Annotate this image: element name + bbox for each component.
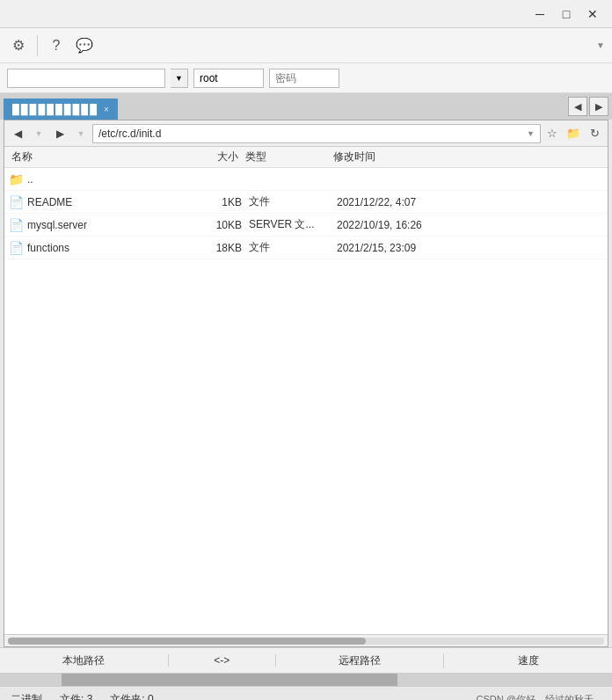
bottom-scrollbar[interactable] bbox=[0, 674, 612, 686]
host-dropdown[interactable]: ▼ bbox=[171, 69, 188, 88]
file-icon: 📄 bbox=[8, 217, 24, 233]
user-field[interactable] bbox=[193, 69, 264, 88]
path-text: /etc/rc.d/init.d bbox=[98, 128, 527, 140]
bookmark-btn[interactable]: ☆ bbox=[543, 124, 562, 143]
bottom-scroll-thumb bbox=[62, 674, 398, 686]
speed-label: 速度 bbox=[443, 653, 612, 668]
help-icon[interactable]: ? bbox=[45, 34, 68, 57]
column-name: 名称 bbox=[8, 149, 184, 164]
host-field[interactable] bbox=[7, 69, 165, 88]
minimize-button[interactable]: ─ bbox=[528, 4, 552, 24]
file-name: functions bbox=[27, 242, 187, 254]
toolbar-dropdown-arrow[interactable]: ▼ bbox=[596, 40, 605, 50]
file-modified: 2021/2/15, 23:09 bbox=[337, 242, 604, 254]
navigation-bar: ◀ ▼ ▶ ▼ /etc/rc.d/init.d ▼ ☆ 📁 ↻ bbox=[4, 120, 608, 147]
file-count: 文件: 3 bbox=[60, 692, 92, 700]
file-icon: 📄 bbox=[8, 240, 24, 256]
file-type: SERVER 文... bbox=[249, 217, 337, 232]
title-bar: ─ □ ✕ bbox=[0, 0, 612, 28]
maximize-button[interactable]: □ bbox=[554, 4, 579, 24]
local-path-label: 本地路径 bbox=[0, 653, 168, 668]
table-row[interactable]: 📄 functions 18KB 文件 2021/2/15, 23:09 bbox=[4, 237, 608, 259]
dir-count: 文件夹: 0 bbox=[110, 692, 153, 700]
file-size: 1KB bbox=[187, 196, 249, 208]
window-controls: ─ □ ✕ bbox=[528, 4, 605, 24]
forward-dropdown-button[interactable]: ▼ bbox=[71, 124, 91, 143]
refresh-btn[interactable]: ↻ bbox=[585, 124, 604, 143]
file-size: 18KB bbox=[187, 242, 249, 254]
nav-icons: ☆ 📁 ↻ bbox=[543, 124, 604, 143]
toolbar: ⚙ ? 💬 ▼ bbox=[0, 28, 612, 63]
file-name: .. bbox=[27, 173, 187, 186]
forward-button[interactable]: ▶ bbox=[50, 124, 69, 143]
column-size: 大小 bbox=[184, 149, 245, 164]
file-modified: 2022/10/19, 16:26 bbox=[337, 219, 604, 231]
file-panel: ◀ ▼ ▶ ▼ /etc/rc.d/init.d ▼ ☆ 📁 ↻ 名称 大小 类… bbox=[4, 120, 608, 647]
file-list: 📁 .. 📄 README 1KB 文件 2021/12/22, 4:07 📄 … bbox=[4, 168, 608, 634]
transfer-bar: 本地路径 <-> 远程路径 速度 bbox=[0, 647, 612, 674]
table-row[interactable]: 📄 README 1KB 文件 2021/12/22, 4:07 bbox=[4, 191, 608, 214]
tab-label: ██████████ bbox=[12, 104, 98, 114]
path-bar[interactable]: /etc/rc.d/init.d ▼ bbox=[92, 124, 541, 143]
back-dropdown-button[interactable]: ▼ bbox=[29, 124, 48, 143]
table-row[interactable]: 📁 .. bbox=[4, 168, 608, 191]
panel-nav: ◀ ▶ bbox=[568, 97, 608, 116]
nav-left-btn[interactable]: ◀ bbox=[568, 97, 587, 116]
file-name: README bbox=[27, 196, 187, 208]
transfer-arrow: <-> bbox=[168, 654, 276, 667]
toolbar-separator-1 bbox=[37, 35, 38, 56]
tab-close-icon[interactable]: × bbox=[104, 105, 109, 114]
binary-mode: 二进制 bbox=[11, 692, 42, 700]
file-type: 文件 bbox=[249, 194, 337, 209]
file-type: 文件 bbox=[249, 240, 337, 255]
remote-tab[interactable]: ██████████ × bbox=[4, 98, 118, 120]
remote-path-label: 远程路径 bbox=[276, 653, 444, 668]
file-list-header: 名称 大小 类型 修改时间 bbox=[4, 147, 608, 168]
main-content: ██████████ × ◀ ▶ ◀ ▼ ▶ ▼ /etc/rc.d/init.… bbox=[0, 93, 612, 647]
horizontal-scrollbar[interactable] bbox=[4, 634, 608, 646]
table-row[interactable]: 📄 mysql.server 10KB SERVER 文... 2022/10/… bbox=[4, 214, 608, 237]
nav-right-btn[interactable]: ▶ bbox=[589, 97, 608, 116]
gear-icon[interactable]: ⚙ bbox=[7, 34, 30, 57]
file-modified: 2021/12/22, 4:07 bbox=[337, 196, 604, 208]
file-icon: 📄 bbox=[8, 194, 24, 210]
path-dropdown-arrow: ▼ bbox=[527, 129, 535, 138]
file-size: 10KB bbox=[187, 219, 249, 231]
transfer-arrow-text: <-> bbox=[214, 654, 230, 667]
password-field[interactable] bbox=[269, 69, 339, 88]
column-modified: 修改时间 bbox=[333, 149, 604, 164]
status-bar: 二进制 文件: 3 文件夹: 0 CSDN @你好，经过的秋天... bbox=[0, 686, 612, 700]
file-name: mysql.server bbox=[27, 219, 187, 231]
chat-icon[interactable]: 💬 bbox=[73, 34, 96, 57]
scrollbar-track bbox=[8, 638, 604, 645]
home-btn[interactable]: 📁 bbox=[564, 124, 583, 143]
back-button[interactable]: ◀ bbox=[8, 124, 27, 143]
close-button[interactable]: ✕ bbox=[580, 4, 605, 24]
folder-icon: 📁 bbox=[8, 171, 24, 187]
tab-bar: ██████████ × ◀ ▶ bbox=[0, 93, 612, 120]
watermark: CSDN @你好，经过的秋天... bbox=[476, 693, 601, 700]
column-type: 类型 bbox=[245, 149, 333, 164]
connection-bar: ▼ bbox=[0, 63, 612, 93]
scrollbar-thumb bbox=[8, 638, 366, 645]
